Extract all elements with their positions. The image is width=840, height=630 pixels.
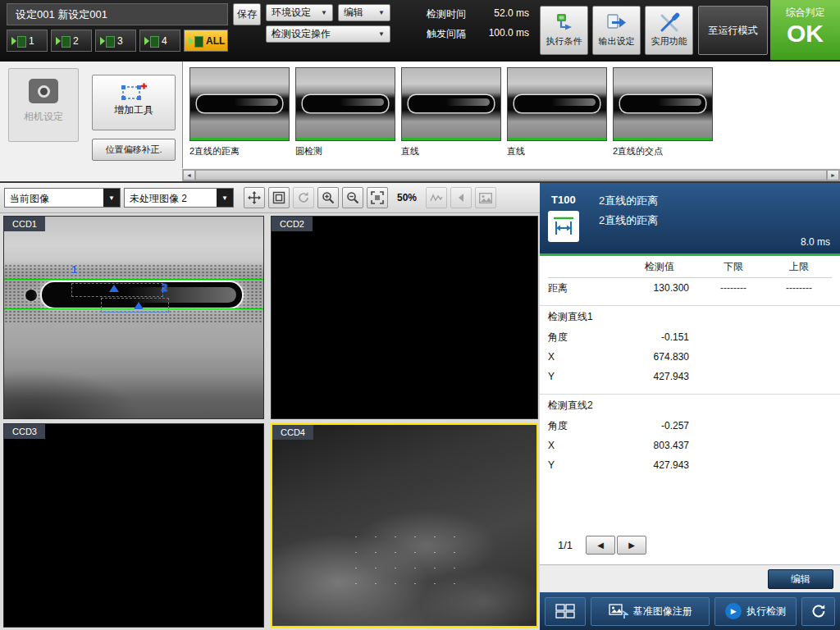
- fit-to-screen-button[interactable]: [367, 187, 388, 208]
- waveform-icon: [430, 193, 443, 203]
- camera-view-label: CCD2: [272, 217, 313, 231]
- overall-judgement-panel: 综合判定 OK: [769, 0, 840, 60]
- rotate-icon: [297, 191, 310, 204]
- previous-page-button[interactable]: ◀: [586, 536, 615, 555]
- zoom-in-icon: [322, 191, 335, 204]
- main-area: 当前图像 ▼ 未处理图像 2 ▼: [0, 183, 840, 630]
- tool-thumbnail[interactable]: 2直线的距离: [189, 67, 290, 168]
- judgement-label: 综合判定: [770, 6, 840, 20]
- edge-marker-icon: [134, 302, 144, 309]
- tab-camera-3[interactable]: 3: [95, 30, 136, 52]
- layout-grid-button[interactable]: [545, 597, 586, 626]
- chevron-down-icon: ▼: [217, 189, 233, 207]
- image-type-dropdown[interactable]: 未处理图像 2 ▼: [124, 188, 234, 208]
- detect-time-value: 52.0 ms: [472, 7, 529, 19]
- camera-view-label: CCD4: [272, 425, 313, 440]
- tab-camera-4[interactable]: 4: [139, 30, 180, 52]
- image-capture-button[interactable]: [475, 187, 496, 208]
- utility-button[interactable]: 实用功能: [645, 6, 693, 55]
- zoom-in-button[interactable]: [317, 187, 339, 208]
- back-arrow-icon: [456, 193, 466, 203]
- add-tool-button[interactable]: 增加工具: [92, 75, 176, 130]
- image-source-dropdown[interactable]: 当前图像 ▼: [4, 188, 121, 208]
- thumbnail-scrollbar[interactable]: ◄ ►: [182, 169, 840, 181]
- vision-inspection-app: 设定001 新设定001 保存 环境设定 ▼ 编辑 ▼ 检测设定操作 ▼ 检测时…: [0, 0, 840, 630]
- camera-settings-label: 相机设定: [9, 110, 78, 124]
- run-mode-button[interactable]: 至运行模式: [698, 6, 768, 55]
- tab-camera-2[interactable]: 2: [51, 30, 92, 52]
- row-label: Y: [548, 459, 619, 471]
- exec-condition-button[interactable]: 执行条件: [540, 6, 588, 55]
- tab-camera-all-label: ALL: [206, 35, 225, 47]
- scroll-left-icon[interactable]: ◄: [183, 170, 195, 180]
- utility-label: 实用功能: [646, 35, 692, 48]
- position-correction-button[interactable]: 位置偏移补正.: [92, 139, 176, 161]
- rotate-image-button[interactable]: [293, 187, 314, 208]
- camera-view-ccd4[interactable]: CCD4: [271, 423, 538, 628]
- tab-camera-all[interactable]: ALL: [184, 30, 228, 52]
- camera-view-ccd1[interactable]: CCD1 1 2: [3, 216, 264, 419]
- judgement-value: OK: [770, 20, 840, 48]
- row-value: 674.830: [619, 351, 701, 363]
- camera-icon: [29, 79, 58, 103]
- chevron-down-icon: ▼: [321, 9, 327, 16]
- tool-thumbnail[interactable]: 圆检测: [295, 67, 395, 168]
- edit-menu[interactable]: 编辑 ▼: [338, 4, 390, 21]
- tool-thumbnail[interactable]: 直线: [401, 67, 501, 168]
- profile-display-button[interactable]: [426, 187, 447, 208]
- tab-camera-4-label: 4: [162, 35, 167, 47]
- edit-tool-button[interactable]: 编辑: [768, 569, 833, 589]
- tab-camera-1[interactable]: 1: [7, 30, 48, 52]
- camera-settings-button[interactable]: 相机设定: [8, 68, 79, 142]
- zoom-out-button[interactable]: [342, 187, 363, 208]
- camera-flag-icon: [11, 36, 25, 46]
- scroll-right-icon[interactable]: ►: [827, 170, 839, 180]
- result-row: Y 427.943: [548, 455, 832, 475]
- result-pager: 1/1 ◀ ▶: [548, 531, 832, 564]
- chevron-down-icon: ▼: [378, 9, 385, 16]
- row-upper-limit: --------: [766, 282, 832, 294]
- trigger-interval-label: 触发间隔: [427, 27, 466, 41]
- chevron-down-icon: ▼: [103, 189, 120, 207]
- move-icon: [248, 191, 261, 204]
- environment-settings-menu[interactable]: 环境设定 ▼: [266, 4, 333, 21]
- chevron-down-icon: ▼: [378, 30, 385, 38]
- row-label: X: [548, 440, 619, 451]
- scrollbar-thumb[interactable]: [195, 170, 827, 180]
- tool-process-time: 8.0 ms: [801, 236, 830, 248]
- tab-camera-1-label: 1: [29, 35, 34, 47]
- result-table-header: 检测值 下限 上限: [548, 256, 832, 278]
- camera-view-ccd2[interactable]: CCD2: [271, 216, 538, 419]
- result-row: X 674.830: [548, 347, 832, 367]
- edge-marker-icon: [109, 285, 119, 292]
- retrigger-button[interactable]: [801, 597, 835, 626]
- camera-view-ccd3[interactable]: CCD3: [3, 423, 264, 628]
- previous-image-button[interactable]: [450, 187, 472, 208]
- result-row: Y 427.943: [548, 367, 832, 386]
- tool-subtitle: 2直线的距离: [599, 213, 658, 228]
- region-number-1: 1: [71, 263, 77, 276]
- tool-thumbnail-image: [295, 67, 395, 141]
- image-viewer: 当前图像 ▼ 未处理图像 2 ▼: [0, 183, 540, 630]
- register-reference-image-button[interactable]: 基准图像注册: [591, 597, 710, 626]
- run-inspection-button[interactable]: ▶ 执行检测: [714, 597, 797, 626]
- image-icon: [479, 193, 492, 203]
- next-page-button[interactable]: ▶: [617, 536, 646, 555]
- run-inspection-label: 执行检测: [746, 605, 786, 619]
- result-row: X 803.437: [548, 436, 832, 455]
- ccd1-image: 1 2: [4, 217, 263, 418]
- tool-thumbnail[interactable]: 2直线的交点: [613, 67, 713, 168]
- image-source-value: 当前图像: [5, 189, 103, 207]
- row-label: 距离: [548, 281, 619, 295]
- save-button[interactable]: 保存: [233, 3, 261, 25]
- output-settings-button[interactable]: 输出设定: [592, 6, 641, 55]
- pan-position-button[interactable]: [244, 187, 265, 208]
- tool-thumbnail[interactable]: 直线: [507, 67, 607, 168]
- inspection-settings-ops-menu[interactable]: 检测设定操作 ▼: [266, 25, 390, 43]
- add-tool-label: 增加工具: [93, 103, 175, 117]
- column-upper-limit: 上限: [766, 260, 832, 274]
- workpiece-hole: [25, 290, 37, 301]
- trigger-interval-value: 100.0 ms: [472, 27, 529, 39]
- region-display-button[interactable]: [268, 187, 290, 208]
- tool-strip: 相机设定 增加工具 位置偏移补正. 2直线的距离 圆检测 直线: [0, 62, 840, 183]
